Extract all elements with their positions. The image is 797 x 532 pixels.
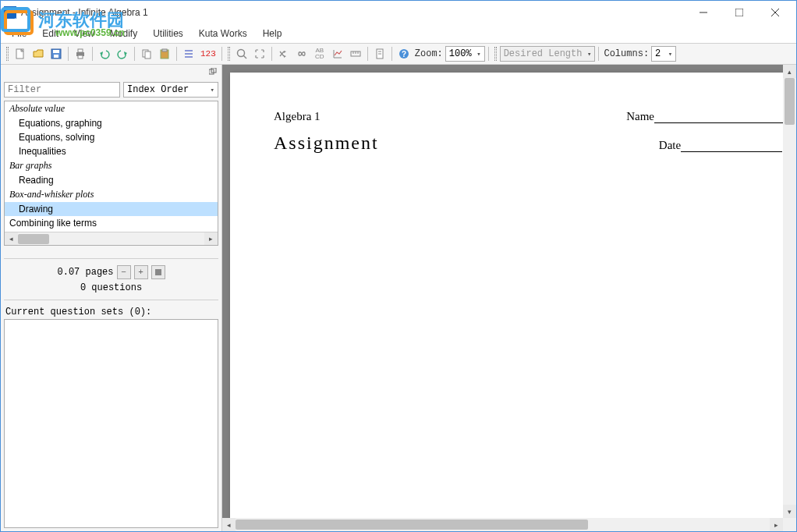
columns-select[interactable]: 2 [651,46,676,62]
new-doc-icon[interactable] [12,45,29,62]
document-icon[interactable] [371,45,388,62]
menu-view[interactable]: View [66,26,102,41]
ruler-icon[interactable] [347,45,364,62]
paste-icon[interactable] [156,45,173,62]
toolbar-grip[interactable] [6,47,9,61]
desired-length-select[interactable]: Desired Length [500,46,596,62]
toolbar-grip[interactable] [228,47,230,61]
topic-category[interactable]: Absolute value [5,101,218,116]
toolbar-separator [271,47,272,61]
expand-icon[interactable] [251,45,268,62]
menu-file[interactable]: File [4,26,34,41]
infinity-icon[interactable] [293,45,310,62]
open-folder-icon[interactable] [30,45,47,62]
shuffle-icon[interactable] [275,45,292,62]
chart-icon[interactable] [329,45,346,62]
svg-rect-18 [145,51,151,59]
zoom-select[interactable]: 100% [445,46,485,62]
stats-panel: 0.07 pages − + 0 questions [4,258,218,300]
menu-utilities[interactable]: Utilities [145,26,191,41]
svg-rect-4 [735,9,743,16]
topic-item-selected[interactable]: Drawing [5,202,218,216]
scroll-left-icon[interactable]: ◂ [5,232,18,246]
question-sets-label: Current question sets (0): [1,303,221,319]
minimize-button[interactable] [685,1,721,24]
maximize-button[interactable] [721,1,757,24]
topic-category[interactable]: Box-and-whisker plots [5,187,218,202]
topic-category[interactable]: Bar graphs [5,158,218,173]
question-sets-list[interactable] [4,319,218,528]
topic-item[interactable]: Equations, solving [5,130,218,144]
zoom-label: Zoom: [415,48,443,59]
filter-input[interactable] [4,82,120,98]
scroll-thumb[interactable] [785,78,795,125]
menu-edit[interactable]: Edit [34,26,66,41]
svg-line-25 [243,55,246,59]
decrement-button[interactable]: − [117,265,131,279]
app-icon [4,6,16,19]
topic-item[interactable]: Equations, graphing [5,116,218,130]
toolbar-separator [221,47,222,61]
svg-text:?: ? [402,50,406,59]
document-page: Algebra 1 Name Assignment Date P [230,73,796,531]
menu-kuta-works[interactable]: Kuta Works [191,26,255,41]
toolbar-separator [367,47,368,61]
svg-rect-11 [54,55,58,58]
abcd-icon[interactable]: ABCD [311,45,328,62]
order-select[interactable]: Index Order [123,82,218,98]
topic-item[interactable]: Inequalities [5,144,218,158]
copy-icon[interactable] [138,45,155,62]
pages-count: 0.07 pages [57,267,113,278]
menubar: File Edit View Modify Utilities Kuta Wor… [1,24,796,43]
number-badge-icon[interactable]: 123 [198,45,218,62]
list-icon[interactable] [180,45,197,62]
svg-rect-14 [78,55,83,59]
document-title: Assignment [274,133,379,154]
zoom-in-icon[interactable] [233,45,250,62]
document-hscrollbar[interactable]: ◂ ▸ [222,518,783,531]
scroll-right-icon[interactable]: ▸ [204,232,218,246]
save-icon[interactable] [48,45,65,62]
help-icon[interactable]: ? [395,45,413,62]
toolbar-separator [598,47,599,61]
toolbar-separator [176,47,177,61]
document-area[interactable]: Algebra 1 Name Assignment Date P ▴ ▾ ◂ ▸ [222,65,796,531]
document-subject: Algebra 1 [274,110,321,123]
svg-rect-10 [53,50,59,53]
document-name-field: Name [626,110,795,123]
toolbar-grip[interactable] [494,47,497,61]
svg-rect-13 [78,49,83,52]
undock-panel-icon[interactable] [207,66,218,77]
questions-count: 0 questions [80,282,142,293]
columns-label: Columns: [604,48,649,59]
svg-marker-26 [284,51,286,53]
increment-button[interactable]: + [134,265,148,279]
scroll-thumb[interactable] [18,234,49,244]
toolbar: 123 ABCD ? Zoom: 100% Desired Length Col… [1,43,796,65]
undo-icon[interactable] [96,45,113,62]
document-vscrollbar[interactable]: ▴ ▾ [783,65,796,518]
scroll-corner [783,518,796,531]
menu-modify[interactable]: Modify [102,26,145,41]
svg-rect-20 [162,49,167,51]
topic-item[interactable]: Combining like terms [5,216,218,230]
redo-icon[interactable] [114,45,131,62]
titlebar: Assignment - Infinite Algebra 1 [1,1,796,24]
toolbar-separator [134,47,135,61]
toolbar-separator [391,47,392,61]
stop-button[interactable] [151,265,165,279]
toolbar-separator [488,47,489,61]
close-button[interactable] [757,1,793,24]
scroll-left-icon[interactable]: ◂ [222,518,236,531]
scroll-thumb[interactable] [236,520,588,530]
toolbar-separator [92,47,93,61]
topic-list[interactable]: Absolute value Equations, graphing Equat… [4,101,218,246]
scroll-up-icon[interactable]: ▴ [783,65,796,78]
menu-help[interactable]: Help [255,26,290,41]
scroll-down-icon[interactable]: ▾ [783,505,796,518]
topic-item[interactable]: Reading [5,173,218,187]
topic-list-hscrollbar[interactable]: ◂ ▸ [5,232,218,245]
scroll-right-icon[interactable]: ▸ [770,518,783,531]
sidebar: Index Order Absolute value Equations, gr… [1,65,222,531]
print-icon[interactable] [72,45,89,62]
